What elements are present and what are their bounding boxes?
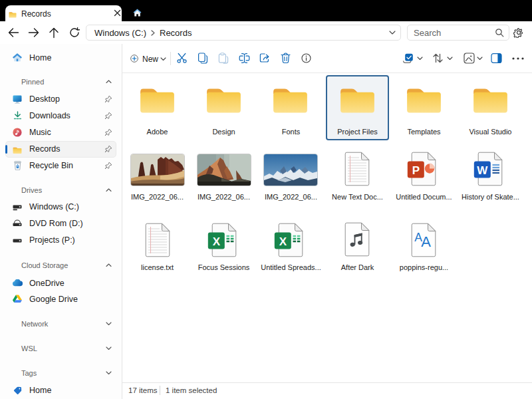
- svg-text:X: X: [279, 235, 287, 248]
- svg-text:P: P: [412, 164, 420, 177]
- svg-text:W: W: [477, 164, 488, 177]
- svg-text:A: A: [421, 233, 431, 250]
- svg-text:X: X: [213, 235, 221, 248]
